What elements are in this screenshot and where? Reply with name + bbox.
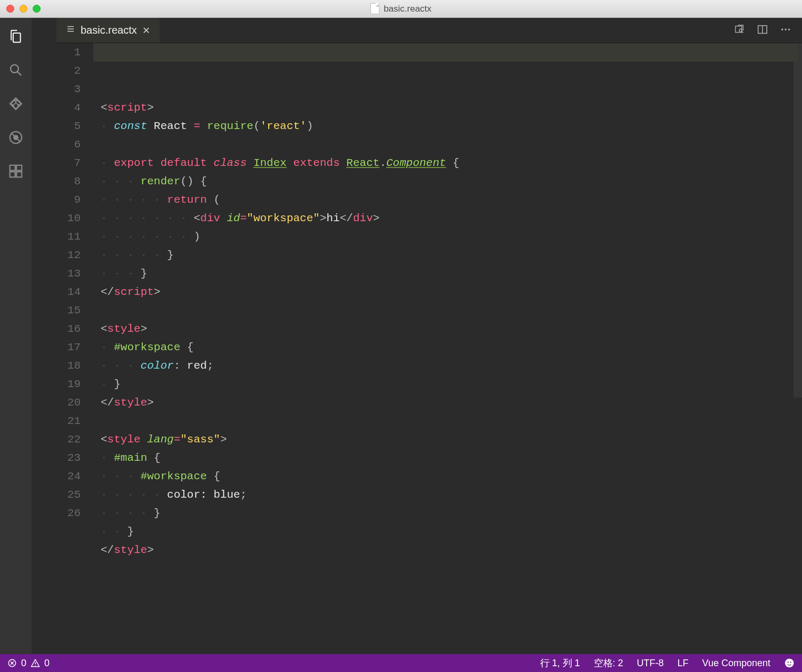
open-changes-icon[interactable] (733, 24, 745, 37)
status-bar: 0 0 行 1, 列 1 空格: 2 UTF-8 LF Vue Componen… (0, 654, 802, 672)
line-number: 6 (56, 135, 81, 154)
line-number: 3 (56, 80, 81, 98)
code-line[interactable]: · · · color: red; (101, 357, 802, 375)
line-number: 23 (56, 449, 81, 467)
code-line[interactable]: <script> (101, 98, 802, 117)
feedback-icon[interactable] (784, 658, 795, 668)
code-line[interactable]: · · · render() { (101, 172, 802, 191)
status-problems[interactable]: 0 0 (7, 658, 50, 669)
code-line[interactable]: · · } (101, 522, 802, 541)
file-icon (370, 3, 379, 14)
line-number: 12 (56, 246, 81, 264)
line-number: 1 (56, 43, 81, 62)
line-number: 8 (56, 172, 81, 191)
explorer-icon[interactable] (7, 27, 25, 45)
line-number: 5 (56, 117, 81, 135)
line-number: 2 (56, 62, 81, 80)
code-line[interactable]: · #workspace { (101, 338, 802, 357)
code-line[interactable]: </script> (101, 283, 802, 301)
status-ln-col[interactable]: 行 1, 列 1 (540, 657, 580, 669)
source-control-icon[interactable] (7, 95, 25, 113)
code-line[interactable]: · const React = require('react') (101, 117, 802, 135)
code-line[interactable]: · · · · · } (101, 246, 802, 264)
code-line[interactable] (101, 135, 802, 154)
line-number: 21 (56, 412, 81, 430)
line-number: 26 (56, 504, 81, 522)
line-number: 7 (56, 154, 81, 172)
tab-basic-reactx[interactable]: basic.reactx ✕ (56, 18, 160, 43)
svg-point-15 (788, 28, 790, 31)
svg-point-14 (785, 28, 787, 31)
code-line[interactable]: · · · · · · · ) (101, 228, 802, 246)
line-number-gutter: 1234567891011121314151617181920212223242… (56, 43, 93, 654)
code-line[interactable] (101, 301, 802, 320)
more-actions-icon[interactable] (780, 24, 791, 37)
svg-point-5 (14, 135, 18, 140)
code-line[interactable]: · · · · · return ( (101, 191, 802, 209)
tab-actions (733, 18, 802, 43)
current-line-highlight (93, 43, 798, 62)
line-number: 19 (56, 375, 81, 393)
sidebar-collapsed (32, 18, 56, 654)
svg-point-18 (785, 659, 794, 668)
extensions-icon[interactable] (7, 162, 25, 180)
line-number: 20 (56, 393, 81, 412)
code-line[interactable]: · · · · } (101, 504, 802, 522)
error-icon (7, 658, 17, 668)
svg-rect-9 (16, 172, 22, 177)
warning-count: 0 (44, 658, 50, 669)
svg-point-0 (11, 65, 18, 73)
code-line[interactable]: <style lang="sass"> (101, 430, 802, 449)
line-number: 15 (56, 301, 81, 320)
workbench: basic.reactx ✕ 1234567891011121314151617… (0, 18, 802, 654)
code-line[interactable]: · export default class Index extends Rea… (101, 154, 802, 172)
editor-group: basic.reactx ✕ 1234567891011121314151617… (56, 18, 802, 654)
status-eol[interactable]: LF (678, 658, 689, 669)
code-line[interactable] (101, 412, 802, 430)
code-line[interactable]: </style> (101, 541, 802, 559)
line-number: 14 (56, 283, 81, 301)
status-language[interactable]: Vue Component (702, 658, 770, 669)
list-icon (66, 24, 75, 36)
debug-icon[interactable] (7, 129, 25, 146)
code-line[interactable]: · · · #workspace { (101, 467, 802, 486)
code-line[interactable]: · · · } (101, 264, 802, 283)
line-number: 25 (56, 486, 81, 504)
window-title: basic.reactx (384, 4, 432, 14)
split-editor-icon[interactable] (757, 24, 768, 37)
code-line[interactable]: · } (101, 375, 802, 393)
svg-point-20 (790, 661, 791, 663)
code-line[interactable]: </style> (101, 393, 802, 412)
line-number: 9 (56, 191, 81, 209)
svg-point-13 (781, 28, 784, 31)
warning-icon (31, 658, 40, 668)
line-number: 17 (56, 338, 81, 357)
code-line[interactable] (101, 559, 802, 578)
code-line[interactable]: · · · · · · · <div id="workspace">hi</di… (101, 209, 802, 228)
traffic-lights (6, 5, 41, 13)
svg-point-17 (35, 665, 36, 666)
line-number: 18 (56, 357, 81, 375)
code-line[interactable]: <style> (101, 320, 802, 338)
tab-bar: basic.reactx ✕ (56, 18, 802, 43)
status-encoding[interactable]: UTF-8 (637, 658, 664, 669)
svg-point-19 (787, 661, 788, 663)
code-area[interactable]: <script>· const React = require('react')… (93, 43, 802, 654)
close-window-button[interactable] (6, 5, 14, 13)
code-line[interactable]: · · · · · color: blue; (101, 486, 802, 504)
line-number: 24 (56, 467, 81, 486)
svg-rect-7 (16, 165, 22, 171)
line-number: 10 (56, 209, 81, 228)
svg-rect-8 (10, 172, 15, 177)
tab-label: basic.reactx (81, 24, 137, 36)
editor[interactable]: 1234567891011121314151617181920212223242… (56, 43, 802, 654)
status-spaces[interactable]: 空格: 2 (594, 657, 623, 669)
close-icon[interactable]: ✕ (142, 25, 150, 36)
minimize-window-button[interactable] (19, 5, 27, 13)
line-number: 4 (56, 98, 81, 117)
svg-rect-6 (10, 165, 15, 171)
line-number: 16 (56, 320, 81, 338)
search-icon[interactable] (7, 61, 25, 79)
zoom-window-button[interactable] (33, 5, 41, 13)
code-line[interactable]: · #main { (101, 449, 802, 467)
